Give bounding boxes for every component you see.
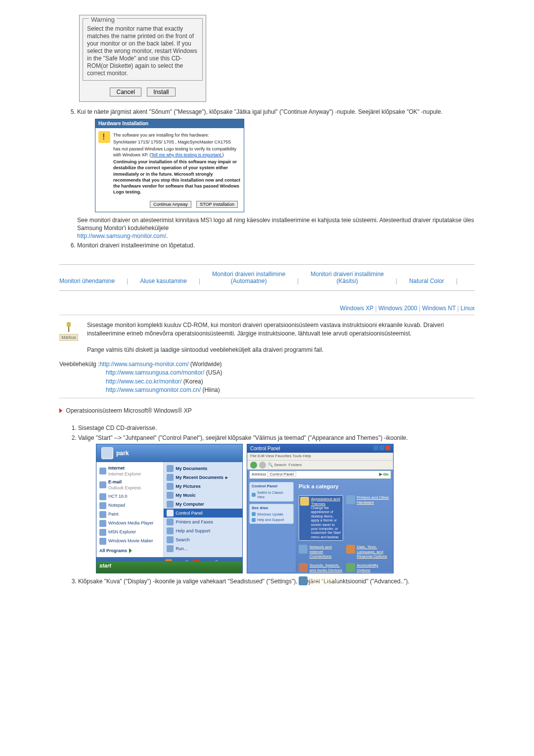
help-icon (167, 527, 174, 534)
sm-mydocs[interactable]: My Documents (164, 464, 242, 473)
tab-driver-manual[interactable]: Monitori draiveri installimine (Käsitsi) (311, 271, 384, 284)
warning-dialog: Warning Select the monitor name that exa… (79, 15, 206, 102)
xp-step-2: Valige "Start" --> "Juhtpaneel" ("Contro… (78, 434, 475, 573)
search-toolbar[interactable]: 🔍 Search (268, 463, 287, 468)
os-links: Windows XP | Windows 2000 | Windows NT |… (59, 302, 475, 312)
separator (59, 290, 475, 291)
dot-icon (252, 518, 256, 522)
sm-movie[interactable]: Windows Movie Maker (96, 537, 163, 546)
tell-me-why-link[interactable]: Tell me why this testing is important. (151, 152, 222, 157)
sm-hct[interactable]: HCT 10.0 (96, 492, 163, 501)
tab-natural-color[interactable]: Natural Color (409, 278, 444, 284)
link-usa[interactable]: http://www.samsungusa.com/monitor/ (106, 369, 204, 376)
start-button[interactable]: start (96, 561, 242, 573)
cat-date[interactable]: Date, Time, Language, and Regional Optio… (346, 545, 391, 559)
tab-base[interactable]: Aluse kasutamine (140, 278, 187, 284)
sm-search[interactable]: Search (164, 535, 242, 544)
sm-pics[interactable]: My Pictures (164, 482, 242, 491)
sm-music[interactable]: My Music (164, 491, 242, 500)
cat-accessibility[interactable]: Accessibility Options (346, 563, 391, 572)
sm-internet[interactable]: InternetInternet Explorer (96, 464, 163, 478)
xp-step-1: Sisestage CD CD-draiverisse. (78, 424, 475, 432)
sm-notepad[interactable]: Notepad (96, 501, 163, 510)
computer-icon (167, 501, 174, 508)
link-windows-nt[interactable]: Windows NT (422, 305, 456, 312)
search-icon (167, 536, 174, 543)
sm-recent[interactable]: My Recent Documents ▸ (164, 473, 242, 482)
sm-wmp[interactable]: Windows Media Player (96, 519, 163, 528)
avatar-icon (101, 447, 113, 459)
dot-icon (252, 512, 256, 516)
website-block: Veebilehekülg :http://www.samsung-monito… (59, 360, 475, 395)
sm-email[interactable]: E-mailOutlook Express (96, 478, 163, 492)
msn-icon (99, 529, 106, 536)
ie-icon (99, 468, 106, 474)
tab-driver-auto[interactable]: Monitori draiveri installimine (Automaat… (212, 271, 285, 284)
go-button[interactable]: ▶ Go (379, 472, 389, 477)
hw-line2: SyncMaster 171S/ 175S/ 170S , MagicSyncM… (113, 139, 241, 145)
cat-printers[interactable]: Printers and Other Hardware (346, 495, 391, 505)
sm-mycomp[interactable]: My Computer (164, 500, 242, 509)
minimize-icon[interactable] (373, 445, 378, 450)
sm-printers[interactable]: Printers and Faxes (164, 518, 242, 526)
link-windows-2000[interactable]: Windows 2000 (378, 305, 417, 312)
folder-icon (167, 474, 174, 481)
tab-row: Monitori ühendamine | Aluse kasutamine |… (59, 268, 475, 287)
close-icon[interactable] (385, 445, 390, 450)
address-label: Address (252, 472, 266, 476)
cp-windows-update[interactable]: Windows Update (252, 512, 291, 517)
pick-category: Pick a category (299, 483, 390, 490)
cat-network[interactable]: Network and Internet Connections (299, 545, 343, 559)
link-korea[interactable]: http://www.sec.co.kr/monitor/ (106, 378, 181, 385)
link-china[interactable]: http://www.samsungmonitor.com.cn/ (106, 386, 201, 393)
forward-button[interactable] (259, 462, 266, 469)
cat-performance[interactable]: Performance and Maintenance (299, 576, 343, 586)
maximize-icon[interactable] (379, 445, 384, 450)
link-linux[interactable]: Linux (460, 305, 475, 312)
step-5: Kui te näete järgmist akent "Sõnum" ("Me… (77, 108, 475, 240)
link-windows-xp[interactable]: Windows XP (340, 305, 374, 312)
cp-switch-classic[interactable]: Switch to Classic View (252, 490, 291, 500)
arrow-right-icon (59, 408, 62, 413)
hw-line1: The software you are installing for this… (113, 132, 241, 138)
warning-icon (98, 131, 110, 143)
cancel-button[interactable]: Cancel (110, 88, 141, 96)
control-panel-screenshot: Control Panel File Edit View Favorites T… (247, 444, 394, 573)
cp-help-support[interactable]: Help and Support (252, 518, 291, 522)
hw-line4: Continuing your installation of this sof… (113, 159, 241, 195)
folders-toolbar[interactable]: Folders (289, 463, 302, 468)
note-icon: Märkus (59, 321, 78, 341)
appearance-icon (300, 497, 309, 506)
sm-all-programs[interactable]: All Programs (96, 546, 163, 556)
sm-control-panel[interactable]: Control Panel (164, 509, 242, 518)
continue-anyway-button[interactable]: Continue Anyway (150, 201, 191, 208)
wmp-icon (99, 520, 106, 527)
hw-text: The software you are installing for this… (113, 131, 241, 196)
tab-connect[interactable]: Monitori ühendamine (59, 278, 115, 284)
address-field[interactable]: Control Panel (267, 472, 296, 477)
app-icon (99, 493, 106, 500)
cat-appearance[interactable]: Appearance and ThemesChange the appearan… (299, 495, 343, 541)
sm-msn[interactable]: MSN Explorer (96, 528, 163, 537)
cp-menubar[interactable]: File Edit View Favorites Tools Help (247, 453, 393, 460)
back-button[interactable] (250, 462, 257, 469)
install-button[interactable]: Install (147, 88, 175, 96)
separator (59, 315, 475, 315)
website-label: Veebilehekülg : (59, 361, 99, 368)
cat-sounds[interactable]: Sounds, Speech, and Audio Devices (299, 563, 343, 572)
link-worldwide[interactable]: http://www.samsung-monitor.com/ (99, 361, 188, 368)
cp-title: Control Panel (250, 445, 280, 452)
step-6: Monitori draiveri installeerimine on lõp… (77, 241, 475, 249)
hw-title: Hardware Installation (95, 119, 244, 128)
network-icon (299, 545, 308, 554)
sm-help[interactable]: Help and Support (164, 526, 242, 535)
stop-installation-button[interactable]: STOP Installation (196, 201, 238, 208)
pushpin-icon (63, 321, 75, 333)
warning-body: Select the monitor name that exactly mat… (87, 25, 198, 77)
samsung-monitor-link[interactable]: http://www.samsung-monitor.com/ (77, 233, 166, 239)
sm-paint[interactable]: Paint (96, 510, 163, 519)
separator (59, 264, 475, 265)
sm-run[interactable]: Run... (164, 544, 242, 553)
printer-icon (167, 519, 174, 525)
perf-icon (299, 576, 308, 585)
